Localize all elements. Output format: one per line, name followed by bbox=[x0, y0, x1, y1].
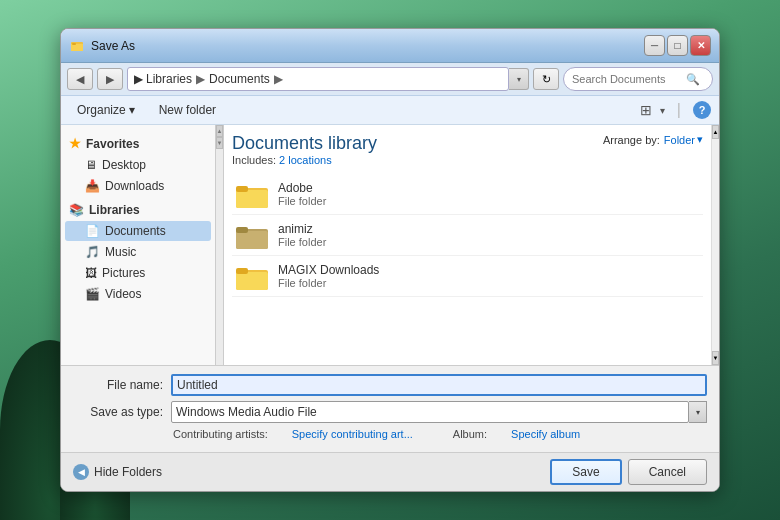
content-area: Documents library Includes: 2 locations … bbox=[224, 125, 711, 365]
maximize-button[interactable]: □ bbox=[667, 35, 688, 56]
album-link[interactable]: Specify album bbox=[511, 428, 580, 440]
help-icon[interactable]: ? bbox=[693, 101, 711, 119]
dialog-icon bbox=[69, 38, 85, 54]
path-separator: ▶ bbox=[134, 72, 143, 86]
path-dropdown-button[interactable]: ▾ bbox=[509, 68, 529, 90]
libraries-icon: 📚 bbox=[69, 203, 84, 217]
sidebar-item-documents[interactable]: 📄 Documents bbox=[65, 221, 211, 241]
svg-rect-5 bbox=[236, 190, 268, 208]
path-libraries[interactable]: Libraries bbox=[146, 72, 192, 86]
toolbar-separator: | bbox=[677, 101, 681, 119]
content-container: Documents library Includes: 2 locations … bbox=[224, 125, 719, 365]
videos-icon: 🎬 bbox=[85, 287, 100, 301]
file-name-adobe: Adobe bbox=[278, 181, 699, 195]
contributing-link[interactable]: Specify contributing art... bbox=[292, 428, 413, 440]
footer: ◀ Hide Folders Save Cancel bbox=[61, 452, 719, 491]
file-list: Adobe File folder bbox=[232, 174, 703, 297]
music-icon: 🎵 bbox=[85, 245, 100, 259]
svg-rect-9 bbox=[236, 227, 248, 233]
view-dropdown-icon[interactable]: ▾ bbox=[660, 105, 665, 116]
path-sep-1: ▶ bbox=[196, 72, 205, 86]
star-icon: ★ bbox=[69, 136, 81, 151]
forward-button[interactable]: ▶ bbox=[97, 68, 123, 90]
title-bar: Save As ─ □ ✕ bbox=[61, 29, 719, 63]
back-button[interactable]: ◀ bbox=[67, 68, 93, 90]
libraries-section: 📚 Libraries 📄 Documents 🎵 Music 🖼 Pictur… bbox=[61, 200, 215, 304]
library-title: Documents library bbox=[232, 133, 377, 154]
sidebar-item-downloads[interactable]: 📥 Downloads bbox=[65, 176, 211, 196]
search-input[interactable] bbox=[572, 73, 682, 85]
file-type-animiz: File folder bbox=[278, 236, 699, 248]
documents-icon: 📄 bbox=[85, 224, 100, 238]
arrange-dropdown-icon: ▾ bbox=[697, 133, 703, 146]
content-scroll-up[interactable]: ▲ bbox=[712, 125, 719, 139]
file-item-animiz[interactable]: animiz File folder bbox=[232, 215, 703, 256]
arrange-by: Arrange by: Folder ▾ bbox=[603, 133, 703, 146]
window-controls: ─ □ ✕ bbox=[644, 35, 711, 56]
new-folder-button[interactable]: New folder bbox=[151, 100, 224, 120]
hide-folders-button[interactable]: ◀ Hide Folders bbox=[73, 464, 162, 480]
library-subtitle: Includes: 2 locations bbox=[232, 154, 377, 166]
desktop-icon: 🖥 bbox=[85, 158, 97, 172]
sidebar-item-videos[interactable]: 🎬 Videos bbox=[65, 284, 211, 304]
refresh-button[interactable]: ↻ bbox=[533, 68, 559, 90]
organize-button[interactable]: Organize ▾ bbox=[69, 100, 143, 120]
view-icon[interactable]: ⊞ bbox=[640, 102, 652, 118]
file-info-magix: MAGIX Downloads File folder bbox=[278, 263, 699, 289]
address-path[interactable]: ▶ Libraries ▶ Documents ▶ bbox=[127, 67, 509, 91]
filename-label: File name: bbox=[73, 378, 163, 392]
sidebar-item-pictures[interactable]: 🖼 Pictures bbox=[65, 263, 211, 283]
content-scrollbar[interactable]: ▲ ▼ bbox=[711, 125, 719, 365]
hide-folders-arrow-icon: ◀ bbox=[73, 464, 89, 480]
svg-rect-8 bbox=[236, 231, 268, 249]
pictures-icon: 🖼 bbox=[85, 266, 97, 280]
sidebar-item-music[interactable]: 🎵 Music bbox=[65, 242, 211, 262]
path-documents[interactable]: Documents bbox=[209, 72, 270, 86]
close-button[interactable]: ✕ bbox=[690, 35, 711, 56]
sidebar-scroll-up[interactable]: ▲ bbox=[216, 125, 223, 137]
dialog-title: Save As bbox=[91, 39, 135, 53]
content-scroll-track bbox=[712, 139, 719, 351]
favorites-header: ★ Favorites bbox=[61, 133, 215, 154]
folder-icon-animiz bbox=[236, 221, 268, 249]
file-item-adobe[interactable]: Adobe File folder bbox=[232, 174, 703, 215]
album-label: Album: bbox=[453, 428, 487, 440]
saveas-dropdown-icon[interactable]: ▾ bbox=[689, 401, 707, 423]
minimize-button[interactable]: ─ bbox=[644, 35, 665, 56]
search-icon: 🔍 bbox=[686, 73, 700, 86]
sidebar-scrollbar[interactable]: ▲ ▼ bbox=[216, 125, 224, 365]
save-button[interactable]: Save bbox=[550, 459, 621, 485]
arrange-value[interactable]: Folder ▾ bbox=[664, 133, 703, 146]
file-info-animiz: animiz File folder bbox=[278, 222, 699, 248]
file-name-magix: MAGIX Downloads bbox=[278, 263, 699, 277]
saveas-row: Save as type: Windows Media Audio File ▾ bbox=[73, 401, 707, 423]
content-header: Documents library Includes: 2 locations … bbox=[232, 133, 703, 166]
locations-link[interactable]: 2 locations bbox=[279, 154, 332, 166]
sidebar-scroll-down[interactable]: ▼ bbox=[216, 137, 223, 149]
save-as-dialog: Save As ─ □ ✕ ◀ ▶ ▶ Libraries ▶ Document… bbox=[60, 28, 720, 492]
search-box[interactable]: 🔍 bbox=[563, 67, 713, 91]
meta-row: Contributing artists: Specify contributi… bbox=[73, 428, 707, 444]
sidebar: ★ Favorites 🖥 Desktop 📥 Downloads bbox=[61, 125, 216, 365]
main-area: ★ Favorites 🖥 Desktop 📥 Downloads bbox=[61, 125, 719, 365]
file-item-magix[interactable]: MAGIX Downloads File folder bbox=[232, 256, 703, 297]
folder-icon-magix bbox=[236, 262, 268, 290]
file-type-magix: File folder bbox=[278, 277, 699, 289]
saveas-label: Save as type: bbox=[73, 405, 163, 419]
content-scroll-down[interactable]: ▼ bbox=[712, 351, 719, 365]
svg-rect-11 bbox=[236, 272, 268, 290]
svg-rect-12 bbox=[236, 268, 248, 274]
sidebar-item-desktop[interactable]: 🖥 Desktop bbox=[65, 155, 211, 175]
file-info-adobe: Adobe File folder bbox=[278, 181, 699, 207]
saveas-select[interactable]: Windows Media Audio File bbox=[171, 401, 689, 423]
cancel-button[interactable]: Cancel bbox=[628, 459, 707, 485]
filename-input[interactable] bbox=[171, 374, 707, 396]
toolbar: Organize ▾ New folder ⊞ ▾ | ? bbox=[61, 96, 719, 125]
svg-rect-3 bbox=[72, 43, 76, 45]
favorites-section: ★ Favorites 🖥 Desktop 📥 Downloads bbox=[61, 133, 215, 196]
svg-rect-6 bbox=[236, 186, 248, 192]
footer-buttons: Save Cancel bbox=[550, 459, 707, 485]
svg-rect-2 bbox=[71, 44, 83, 51]
downloads-icon: 📥 bbox=[85, 179, 100, 193]
sidebar-container: ★ Favorites 🖥 Desktop 📥 Downloads bbox=[61, 125, 224, 365]
